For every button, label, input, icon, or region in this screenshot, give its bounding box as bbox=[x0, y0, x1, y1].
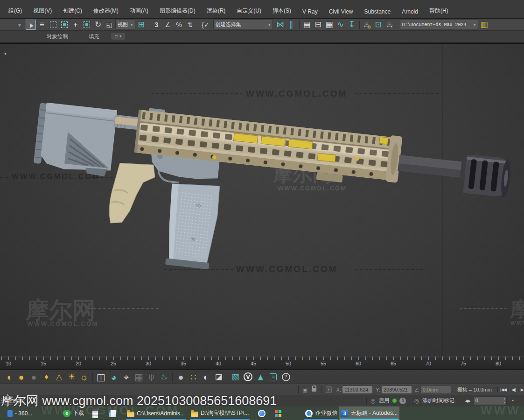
render-production-button[interactable]: ♨ bbox=[384, 20, 395, 30]
camera-icon[interactable]: ⌖ bbox=[121, 371, 132, 383]
add-time-tag-button[interactable]: 添加时间标记 bbox=[422, 397, 454, 404]
timeline-tick bbox=[393, 357, 394, 360]
x-coordinate-field[interactable]: 11303.624 bbox=[342, 386, 372, 393]
window-crossing-toggle[interactable] bbox=[59, 20, 70, 30]
geometry-cube-icon[interactable]: ◫ bbox=[96, 371, 107, 383]
menu-help[interactable]: 帮助(H) bbox=[424, 5, 454, 17]
degradation-icon[interactable]: ◎ bbox=[370, 398, 375, 404]
project-folder-dropdown[interactable]: D:\Document⋯ds Max 2024 bbox=[400, 20, 478, 29]
trees-icon[interactable]: ▲ bbox=[255, 371, 266, 383]
taskbar-folder-models[interactable]: D:\淘宝模型\STP\... bbox=[189, 406, 251, 420]
status-separator bbox=[410, 397, 410, 405]
taskbar-browser[interactable] bbox=[256, 406, 270, 420]
palette-icon[interactable]: ◐ bbox=[201, 371, 212, 383]
viewport[interactable]: ▼ WWW.CGMOL.COM WWW.CGMOL.COM 摩尔网 WWW.CG… bbox=[0, 43, 524, 357]
starburst-light-icon[interactable]: ☼ bbox=[79, 371, 90, 383]
sub-toolbar-flyout-button[interactable]: ▭ bbox=[111, 33, 125, 40]
disabled-light-icon[interactable]: ● bbox=[28, 371, 40, 383]
vray-logo-icon[interactable]: V bbox=[243, 371, 254, 383]
schematic-view-button[interactable]: ↧ bbox=[347, 20, 357, 30]
rendered-frame-window-button[interactable]: ⊡ bbox=[373, 20, 384, 30]
timeline-tick bbox=[519, 357, 520, 360]
select-and-move-button[interactable]: + bbox=[70, 20, 81, 30]
previous-frame-button[interactable]: ◀|| bbox=[509, 387, 518, 392]
spinner-snap-button[interactable]: ⇅ bbox=[185, 20, 196, 30]
selection-lock-icon[interactable] bbox=[312, 388, 316, 392]
select-by-name-button[interactable]: ≡ bbox=[37, 20, 47, 30]
select-and-place-button[interactable] bbox=[82, 20, 92, 30]
select-and-scale-button[interactable]: ◱ bbox=[104, 20, 114, 30]
layer-explorer-button[interactable]: ⊟ bbox=[313, 20, 323, 30]
taskbar-3dsmax[interactable]: 无标题 - Autodes... bbox=[339, 406, 399, 420]
asset-tracking-button[interactable]: ▥ bbox=[479, 20, 489, 30]
z-coordinate-field[interactable]: 0.0mm bbox=[421, 386, 451, 393]
object-paint-tab[interactable]: 对象绘制 bbox=[47, 33, 68, 40]
timeline-ruler[interactable]: 101520253035404550556065707580 bbox=[0, 356, 524, 369]
curve-editor-button[interactable]: ∿ bbox=[335, 20, 346, 30]
color-dots-icon[interactable]: ∷ bbox=[188, 371, 199, 383]
foliage-icon[interactable]: ψ bbox=[146, 371, 157, 383]
help-icon[interactable]: ? bbox=[280, 371, 292, 383]
menu-views[interactable]: 视图(V) bbox=[28, 5, 57, 17]
menu-rendering[interactable]: 渲染(R) bbox=[201, 5, 231, 17]
menu-vray[interactable]: V-Ray bbox=[297, 7, 323, 17]
select-and-rotate-button[interactable]: ↻ bbox=[93, 20, 103, 30]
render-setup-button[interactable]: ♨ bbox=[362, 20, 372, 30]
menu-scripting[interactable]: 脚本(S) bbox=[267, 5, 297, 17]
free-light-icon[interactable]: ● bbox=[16, 371, 27, 383]
notes-list-icon[interactable]: ≡ bbox=[268, 371, 279, 383]
timeline-tick bbox=[435, 357, 436, 360]
reference-coordinate-dropdown[interactable]: 视图 bbox=[115, 20, 135, 29]
mirror-button[interactable]: ⋈ bbox=[275, 20, 286, 30]
sun-light-icon[interactable]: ☀ bbox=[66, 371, 77, 383]
environment-icon[interactable]: ◪ bbox=[213, 371, 224, 383]
menu-customize[interactable]: 自定义(U) bbox=[231, 5, 267, 17]
light-meter-icon[interactable]: ▧ bbox=[230, 371, 241, 383]
rectangular-selection-region-button[interactable] bbox=[48, 20, 58, 30]
use-pivot-center-button[interactable]: ⊞ bbox=[136, 20, 147, 30]
timeline-frame-label: 50 bbox=[286, 361, 291, 366]
angle-snap-button[interactable]: ∠ bbox=[163, 20, 173, 30]
time-tag-icon[interactable]: ◎ bbox=[414, 398, 419, 404]
taskbar-app-grid[interactable] bbox=[273, 406, 286, 420]
spot-light-icon[interactable]: △ bbox=[54, 371, 65, 383]
status-separator bbox=[321, 386, 322, 393]
omni-light-icon[interactable]: ◖ bbox=[3, 371, 14, 383]
taskbar-360-page[interactable]: - 360... bbox=[6, 406, 34, 420]
menu-animation[interactable]: 动画(A) bbox=[124, 5, 154, 17]
toolbar-flyout-arrow-icon[interactable]: ▾ bbox=[14, 20, 25, 30]
percent-snap-button[interactable]: % bbox=[174, 20, 184, 30]
taskbar-wecom[interactable]: 企业微信 bbox=[303, 406, 339, 420]
scene-explorer-button[interactable]: ▤ bbox=[302, 20, 312, 30]
timeline-frame-label: 15 bbox=[41, 361, 46, 366]
align-button[interactable]: ∥ bbox=[286, 20, 297, 30]
named-selection-set-dropdown[interactable]: 创建选择集 bbox=[213, 20, 273, 29]
menu-modifiers[interactable]: 修改器(M) bbox=[88, 5, 124, 17]
menu-create[interactable]: 创建(C) bbox=[57, 5, 88, 17]
fire-effect-icon[interactable]: ♨ bbox=[159, 371, 170, 383]
menu-arnold[interactable]: Arnold bbox=[396, 7, 424, 17]
edit-named-selection-sets-button[interactable]: {✓ bbox=[201, 20, 211, 30]
timeline-tick bbox=[379, 357, 380, 360]
grid-helper-icon[interactable]: ▦ bbox=[133, 371, 145, 383]
taskbar-app-icon bbox=[191, 412, 198, 417]
go-to-start-button[interactable]: |◀◀ bbox=[497, 387, 509, 392]
enable-label[interactable]: 启用 bbox=[378, 397, 389, 404]
absolute-mode-toggle-icon[interactable]: + bbox=[326, 386, 331, 393]
menu-graph-editors[interactable]: 图形编辑器(D) bbox=[154, 5, 201, 17]
menu-civil-view[interactable]: Civil View bbox=[323, 7, 359, 17]
sphere-render-icon[interactable]: ◕ bbox=[108, 371, 119, 383]
key-mode-toggle-icon[interactable]: ◀▶ bbox=[465, 399, 470, 403]
menu-group[interactable]: 组(G) bbox=[3, 5, 28, 17]
target-light-icon[interactable]: ♦ bbox=[41, 371, 52, 383]
play-button[interactable]: ▶ bbox=[518, 387, 524, 392]
select-object-button[interactable]: ▲ bbox=[26, 20, 36, 30]
isolate-selection-icon[interactable]: ▣ bbox=[302, 386, 307, 393]
material-sphere-icon[interactable]: ● bbox=[175, 371, 187, 383]
ribbon-toggle-button[interactable]: ▦ bbox=[324, 20, 335, 30]
snaps-toggle-3d-button[interactable]: 3 bbox=[152, 20, 162, 30]
populate-tab[interactable]: 填充 bbox=[89, 33, 99, 40]
menu-substance[interactable]: Substance bbox=[359, 7, 397, 17]
y-coordinate-field[interactable]: 20890.521 bbox=[382, 386, 412, 393]
rifle-model[interactable]: 20 30 bbox=[0, 44, 524, 357]
